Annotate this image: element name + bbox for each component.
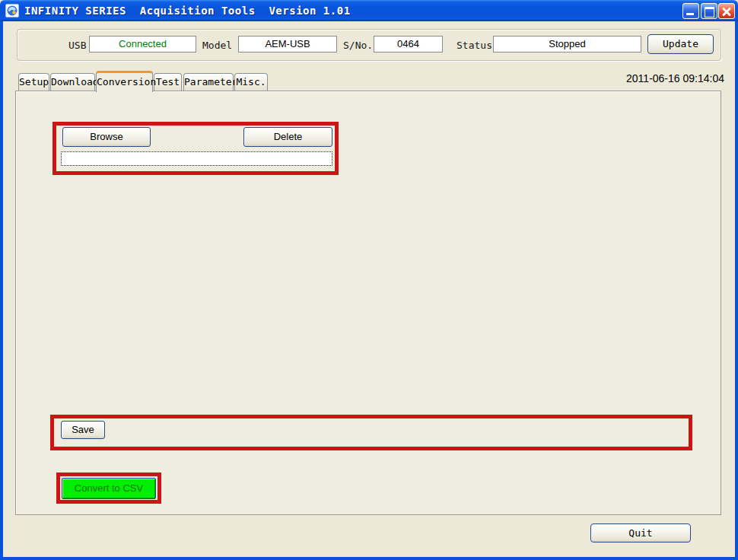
tab-conversion[interactable]: Conversion: [96, 71, 153, 92]
convert-to-csv-button[interactable]: Convert to CSV: [62, 478, 156, 499]
delete-button[interactable]: Delete: [243, 127, 332, 147]
window-border-bottom: [0, 557, 738, 560]
serial-field: 0464: [374, 36, 443, 52]
quit-button[interactable]: Quit: [590, 523, 691, 542]
maximize-icon[interactable]: [701, 3, 717, 19]
datetime-display: 2011-06-16 09:14:04: [593, 72, 724, 84]
selected-file-field[interactable]: [61, 151, 332, 166]
window-border-left: [0, 21, 3, 560]
update-button[interactable]: Update: [647, 34, 714, 54]
minimize-icon[interactable]: [682, 3, 699, 19]
usb-status-field: Connected: [89, 36, 196, 52]
tab-download[interactable]: Download: [50, 73, 95, 91]
close-icon[interactable]: [718, 3, 735, 19]
status-field: Stopped: [493, 36, 641, 52]
browse-button[interactable]: Browse: [62, 127, 151, 147]
tab-test[interactable]: Test: [154, 73, 182, 91]
app-window: INFINITY SERIES Acquisition Tools Versio…: [0, 0, 738, 560]
tab-parameter[interactable]: Parameter: [183, 73, 234, 91]
usb-label: USB: [68, 40, 86, 51]
status-label: Status: [456, 40, 492, 51]
save-button[interactable]: Save: [61, 421, 105, 439]
tab-setup[interactable]: Setup: [18, 73, 49, 91]
window-title: INFINITY SERIES Acquisition Tools Versio…: [24, 0, 351, 21]
tab-misc[interactable]: Misc.: [234, 73, 268, 91]
title-bar[interactable]: INFINITY SERIES Acquisition Tools Versio…: [0, 0, 738, 21]
model-field: AEM-USB: [238, 36, 337, 52]
app-icon: [5, 4, 19, 18]
model-label: Model: [202, 40, 232, 51]
serial-label: S/No.: [343, 40, 373, 51]
window-border-right: [735, 21, 738, 560]
